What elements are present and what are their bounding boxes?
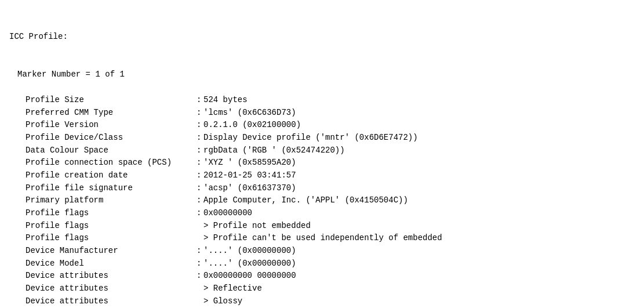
table-row: Profile flags: 0x00000000 <box>9 207 635 220</box>
row-value: '....' (0x00000000) <box>203 258 296 270</box>
row-value: Display Device profile ('mntr' (0x6D6E74… <box>203 132 418 144</box>
row-separator: : <box>197 194 203 207</box>
row-separator: : <box>197 207 203 220</box>
row-separator: : <box>197 132 203 144</box>
row-label: Profile connection space (PCS) <box>26 157 197 169</box>
row-separator: : <box>197 144 203 157</box>
row-value: 0.2.1.0 (0x02100000) <box>203 119 301 132</box>
table-row: Profile Device/Class: Display Device pro… <box>9 132 635 144</box>
row-value: > Profile can't be used independently of… <box>203 232 442 245</box>
row-label: Primary platform <box>26 194 197 207</box>
table-row: Profile connection space (PCS): 'XYZ ' (… <box>9 157 635 169</box>
row-label: Profile creation date <box>26 169 197 182</box>
row-label: Preferred CMM Type <box>26 107 197 119</box>
row-label: Profile flags <box>26 207 197 220</box>
table-row: Profile flags > Profile can't be used in… <box>9 232 635 245</box>
row-label: Profile Version <box>26 119 197 132</box>
row-value: 0x00000000 00000000 <box>203 270 296 282</box>
table-row: Device attributes > Glossy <box>9 295 635 308</box>
table-row: Profile creation date: 2012-01-25 03:41:… <box>9 169 635 182</box>
table-row: Profile Version: 0.2.1.0 (0x02100000) <box>9 119 635 132</box>
table-row: Profile flags > Profile not embedded <box>9 220 635 233</box>
row-separator: : <box>197 258 203 270</box>
row-separator: : <box>197 182 203 195</box>
row-label: Device attributes <box>26 270 197 282</box>
row-value: '....' (0x00000000) <box>203 245 296 258</box>
row-value: > Glossy <box>203 295 242 308</box>
row-label: Device attributes <box>26 282 197 295</box>
marker-line: Marker Number = 1 of 1 <box>9 68 635 81</box>
row-label: Profile flags <box>26 220 197 233</box>
row-label: Profile flags <box>26 232 197 245</box>
row-value: 0x00000000 <box>203 207 252 220</box>
table-row: Profile file signature: 'acsp' (0x616373… <box>9 182 635 195</box>
row-label: Profile Size <box>26 94 197 107</box>
table-row: Device Manufacturer: '....' (0x00000000) <box>9 245 635 258</box>
icc-profile-title: ICC Profile: <box>9 31 635 44</box>
row-value: 'lcms' (0x6C636D73) <box>203 107 296 119</box>
table-row: Device attributes: 0x00000000 00000000 <box>9 270 635 282</box>
row-separator: : <box>197 270 203 282</box>
table-row: Device Model: '....' (0x00000000) <box>9 258 635 270</box>
table-row: Profile Size: 524 bytes <box>9 94 635 107</box>
row-value: rgbData ('RGB ' (0x52474220)) <box>203 144 345 157</box>
row-value: > Profile not embedded <box>203 220 311 233</box>
row-separator: : <box>197 157 203 169</box>
row-label: Profile Device/Class <box>26 132 197 144</box>
row-separator <box>197 282 203 295</box>
row-separator: : <box>197 107 203 119</box>
row-separator <box>197 220 203 233</box>
profile-data-rows: Profile Size: 524 bytesPreferred CMM Typ… <box>9 94 635 308</box>
row-separator: : <box>197 169 203 182</box>
row-label: Device Manufacturer <box>26 245 197 258</box>
table-row: Primary platform: Apple Computer, Inc. (… <box>9 194 635 207</box>
row-label: Device Model <box>26 258 197 270</box>
row-value: > Reflective <box>203 282 262 295</box>
row-separator <box>197 295 203 308</box>
table-row: Device attributes > Reflective <box>9 282 635 295</box>
row-label: Data Colour Space <box>26 144 197 157</box>
table-row: Preferred CMM Type: 'lcms' (0x6C636D73) <box>9 107 635 119</box>
row-separator <box>197 232 203 245</box>
row-value: 524 bytes <box>203 94 248 107</box>
icc-profile-content: ICC Profile: Marker Number = 1 of 1 <box>9 6 635 94</box>
row-separator: : <box>197 119 203 132</box>
row-separator: : <box>197 245 203 258</box>
row-label: Device attributes <box>26 295 197 308</box>
row-value: 'XYZ ' (0x58595A20) <box>203 157 296 169</box>
row-label: Profile file signature <box>26 182 197 195</box>
row-separator: : <box>197 94 203 107</box>
table-row: Data Colour Space: rgbData ('RGB ' (0x52… <box>9 144 635 157</box>
row-value: 'acsp' (0x61637370) <box>203 182 296 195</box>
row-value: Apple Computer, Inc. ('APPL' (0x4150504C… <box>203 194 408 207</box>
row-value: 2012-01-25 03:41:57 <box>203 169 296 182</box>
